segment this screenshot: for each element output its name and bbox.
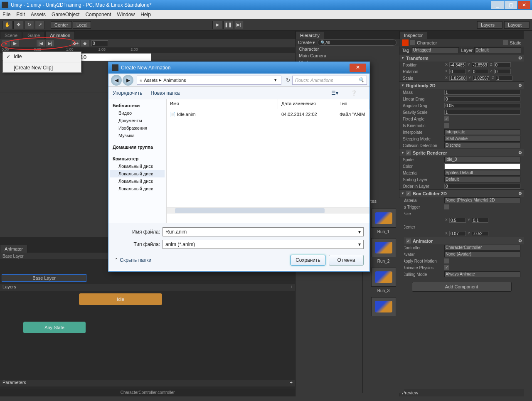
sprite-thumb-run3[interactable] xyxy=(371,268,396,287)
pos-y[interactable]: -2.8569 xyxy=(472,62,488,67)
scale-z[interactable]: 1 xyxy=(496,76,512,81)
rot-x[interactable]: 0 xyxy=(449,69,466,74)
fixed-angle-checkbox[interactable] xyxy=(444,116,449,121)
scale-x[interactable]: 1.82588 xyxy=(449,76,467,81)
tab-animator[interactable]: Animator xyxy=(0,245,27,253)
col-type[interactable]: Тип xyxy=(336,99,369,109)
add-parameter-button[interactable]: + xyxy=(290,380,293,386)
gear-icon[interactable]: ⚙ xyxy=(518,191,522,196)
filename-input[interactable]: Run.anim▾ xyxy=(163,227,364,236)
col-date[interactable]: Дата изменения xyxy=(278,99,336,109)
center-x[interactable]: 0.07 xyxy=(449,231,466,236)
refresh-button[interactable]: ↻ xyxy=(284,77,292,83)
hide-folders-link[interactable]: ⌃ Скрыть папки xyxy=(114,257,151,263)
angular-drag-field[interactable]: 0.05 xyxy=(444,103,520,108)
trigger-checkbox[interactable] xyxy=(444,204,449,209)
scale-y[interactable]: 1.82587 xyxy=(473,76,490,81)
menu-component[interactable]: Component xyxy=(85,12,111,17)
layout-dropdown[interactable]: Layout xyxy=(504,21,530,29)
create-button[interactable]: Create xyxy=(298,40,312,45)
play-anim-button[interactable]: ▶ xyxy=(11,40,19,47)
gameobject-name[interactable]: Character xyxy=(417,40,503,45)
filetype-dropdown[interactable]: anim (*.anim)▾ xyxy=(163,240,364,249)
tree-homegroup[interactable]: Домашняя группа xyxy=(110,143,165,151)
breadcrumb[interactable]: « Assets▸ Animations ▾ xyxy=(137,76,281,85)
menu-gameobject[interactable]: GameObject xyxy=(52,12,79,17)
culling-dropdown[interactable]: Always Animate xyxy=(444,271,520,277)
tree-disk4[interactable]: Локальный диск xyxy=(110,185,165,192)
sprite-renderer-header[interactable]: ▼Sprite Renderer⚙ xyxy=(399,149,524,156)
horizontal-scrollbar[interactable] xyxy=(167,207,369,214)
collision-dropdown[interactable]: Discrete xyxy=(444,143,520,148)
tab-hierarchy[interactable]: Hierarchy xyxy=(296,31,324,39)
step-button[interactable]: ▶| xyxy=(234,21,244,29)
rigidbody-header[interactable]: ▼Rigidbody 2D⚙ xyxy=(399,81,524,89)
active-checkbox[interactable] xyxy=(410,40,415,45)
pause-button[interactable]: ❚❚ xyxy=(223,21,233,29)
animator-comp-header[interactable]: ▼Animator⚙ xyxy=(399,237,524,244)
tab-game[interactable]: Game xyxy=(23,31,44,39)
tab-animation[interactable]: Animation xyxy=(45,31,75,39)
pivot-local[interactable]: Local xyxy=(73,21,91,29)
controller-field[interactable]: CharacterController xyxy=(444,245,520,251)
minimize-button[interactable]: _ xyxy=(491,1,504,9)
view-button[interactable]: ☰▾ xyxy=(331,90,338,96)
tag-dropdown[interactable]: Untagged xyxy=(412,47,459,53)
pivot-center[interactable]: Center xyxy=(51,21,72,29)
search-box[interactable]: Поиск: Animations🔍 xyxy=(292,76,367,85)
menu-window[interactable]: Window xyxy=(117,12,135,17)
col-name[interactable]: Имя xyxy=(167,99,278,109)
move-tool[interactable]: ✥ xyxy=(13,21,23,29)
dialog-close-button[interactable]: ✕ xyxy=(350,64,366,72)
close-button[interactable]: ✕ xyxy=(518,1,530,9)
help-button[interactable]: ❔ xyxy=(351,90,357,96)
tab-inspector[interactable]: Inspector xyxy=(399,31,427,39)
pos-x[interactable]: -4.3485 xyxy=(449,62,466,67)
tree-computer[interactable]: Компьютер xyxy=(110,155,165,162)
gear-icon[interactable]: ⚙ xyxy=(518,83,522,88)
menu-edit[interactable]: Edit xyxy=(16,12,25,17)
gear-icon[interactable]: ⚙ xyxy=(518,56,522,60)
rotate-tool[interactable]: ↻ xyxy=(24,21,34,29)
add-event-button[interactable]: ◆ xyxy=(81,40,89,47)
center-y[interactable]: -0.52 xyxy=(472,231,488,236)
prev-key-button[interactable]: |◀ xyxy=(37,40,45,47)
record-button[interactable]: ● xyxy=(2,40,10,47)
sprite-field[interactable]: Idle_0 xyxy=(444,157,520,162)
animate-physics-checkbox[interactable] xyxy=(444,265,449,270)
gear-icon[interactable]: ⚙ xyxy=(518,239,522,243)
tree-disk1[interactable]: Локальный диск xyxy=(110,162,165,170)
preview-bar[interactable]: Preview xyxy=(399,389,524,396)
maximize-button[interactable]: ▢ xyxy=(505,1,517,9)
root-motion-checkbox[interactable] xyxy=(444,258,449,263)
hand-tool[interactable]: ✋ xyxy=(2,21,12,29)
material-field[interactable]: Sprites-Default xyxy=(444,170,520,176)
static-checkbox[interactable] xyxy=(503,40,508,45)
tree-disk3[interactable]: Локальный диск xyxy=(110,177,165,185)
tree-video[interactable]: Видео xyxy=(110,109,165,117)
gravity-scale-field[interactable]: 1 xyxy=(444,110,520,115)
menu-help[interactable]: Help xyxy=(140,12,151,17)
scale-tool[interactable]: ⤢ xyxy=(35,21,45,29)
newfolder-button[interactable]: Новая папка xyxy=(150,90,180,96)
menu-file[interactable]: File xyxy=(2,12,10,17)
transform-header[interactable]: ▼Transform⚙ xyxy=(399,54,524,62)
color-field[interactable] xyxy=(444,163,520,169)
order-field[interactable]: 0 xyxy=(444,184,520,189)
clip-option-create[interactable]: [Create New Clip] xyxy=(3,63,81,72)
sample-field[interactable] xyxy=(79,53,151,61)
tree-images[interactable]: Изображения xyxy=(110,124,165,132)
back-button[interactable]: ◀ xyxy=(111,75,122,86)
kinematic-checkbox[interactable] xyxy=(444,123,449,128)
size-y[interactable]: 0.1 xyxy=(472,218,488,223)
tree-disk2[interactable]: Локальный диск xyxy=(110,170,165,177)
hierarchy-item-camera[interactable]: Main Camera xyxy=(296,52,399,59)
clip-option-idle[interactable]: Idle xyxy=(3,52,81,61)
layers-dropdown[interactable]: Layers xyxy=(477,21,502,29)
sprite-thumb-run1[interactable] xyxy=(371,209,396,228)
state-idle[interactable]: Idle xyxy=(79,293,162,305)
boxcollider-header[interactable]: ▼Box Collider 2D⚙ xyxy=(399,189,524,197)
tree-music[interactable]: Музыка xyxy=(110,132,165,139)
hierarchy-search[interactable]: 🔍All xyxy=(318,39,397,46)
rot-z[interactable]: 0 xyxy=(494,69,511,74)
